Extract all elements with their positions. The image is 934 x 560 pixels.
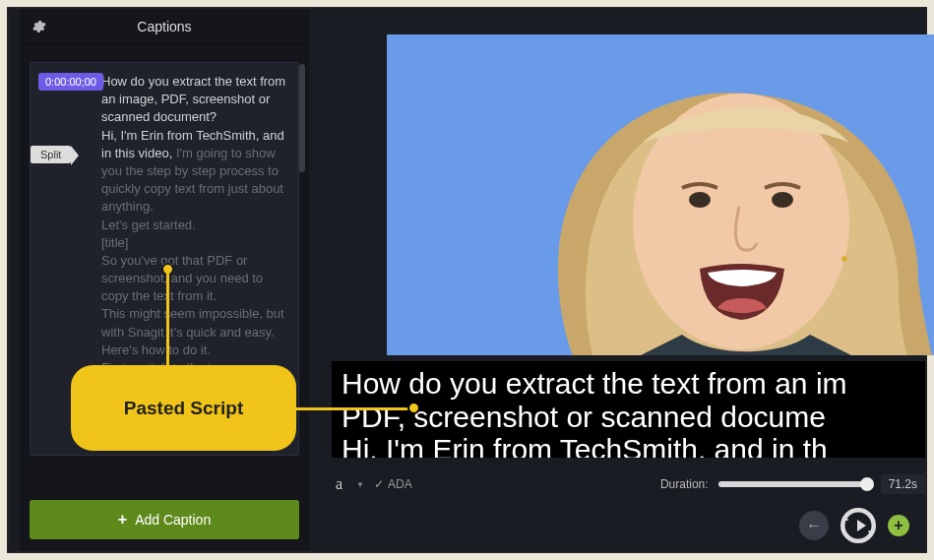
editor-frame: Captions 0:00:00;00 Split How do you ext… bbox=[7, 7, 927, 553]
add-caption-button[interactable]: + Add Caption bbox=[30, 500, 299, 539]
caption-text[interactable]: How do you extract the text from an imag… bbox=[101, 73, 286, 377]
loop-play-button[interactable] bbox=[841, 508, 876, 543]
split-button[interactable]: Split bbox=[31, 146, 71, 163]
duration-label: Duration: bbox=[660, 477, 709, 491]
caption-overlay: How do you extract the text from an im P… bbox=[332, 361, 925, 458]
duration-value[interactable]: 71.2s bbox=[881, 474, 925, 494]
gear-icon bbox=[31, 19, 46, 34]
svg-point-4 bbox=[841, 256, 847, 262]
caption-style-controls: a ▼ ✓ ADA Duration: 71.2s bbox=[332, 469, 925, 499]
chevron-down-icon[interactable]: ▼ bbox=[356, 480, 364, 489]
duration-slider[interactable] bbox=[718, 481, 871, 487]
add-button[interactable]: + bbox=[888, 515, 909, 536]
plus-icon: + bbox=[118, 511, 127, 529]
svg-point-5 bbox=[843, 511, 873, 540]
settings-button[interactable] bbox=[28, 16, 49, 37]
svg-point-3 bbox=[772, 192, 793, 208]
plus-small-icon: + bbox=[894, 517, 903, 534]
panel-title: Captions bbox=[20, 19, 309, 34]
slider-fill bbox=[718, 481, 864, 487]
annotation-pointer-dot bbox=[407, 402, 420, 414]
annotation-callout: Pasted Script bbox=[71, 365, 296, 451]
captions-panel: Captions 0:00:00;00 Split How do you ext… bbox=[20, 9, 309, 551]
loop-play-icon bbox=[841, 508, 876, 543]
slider-thumb[interactable] bbox=[860, 477, 874, 491]
video-preview[interactable] bbox=[387, 34, 934, 355]
previous-caption-button[interactable]: ← bbox=[799, 511, 829, 540]
panel-header: Captions bbox=[20, 9, 309, 44]
arrow-left-icon: ← bbox=[806, 517, 822, 534]
caption-text-upcoming: I'm going to show you the step by step p… bbox=[101, 146, 284, 375]
font-sample-button[interactable]: a bbox=[332, 475, 346, 493]
caption-timestamp[interactable]: 0:00:00;00 bbox=[38, 73, 103, 91]
ada-toggle[interactable]: ✓ ADA bbox=[374, 477, 412, 491]
svg-point-2 bbox=[689, 192, 711, 208]
playback-controls: ← + bbox=[799, 508, 909, 543]
annotation-pointer-line bbox=[166, 269, 169, 367]
ada-label: ADA bbox=[388, 477, 412, 491]
annotation-label: Pasted Script bbox=[124, 398, 243, 419]
preview-area: How do you extract the text from an im P… bbox=[312, 9, 925, 551]
video-frame-illustration bbox=[387, 34, 934, 355]
check-icon: ✓ bbox=[374, 477, 384, 491]
add-caption-label: Add Caption bbox=[135, 512, 211, 528]
annotation-pointer-line bbox=[294, 407, 410, 410]
scrollbar-thumb[interactable] bbox=[299, 64, 305, 172]
